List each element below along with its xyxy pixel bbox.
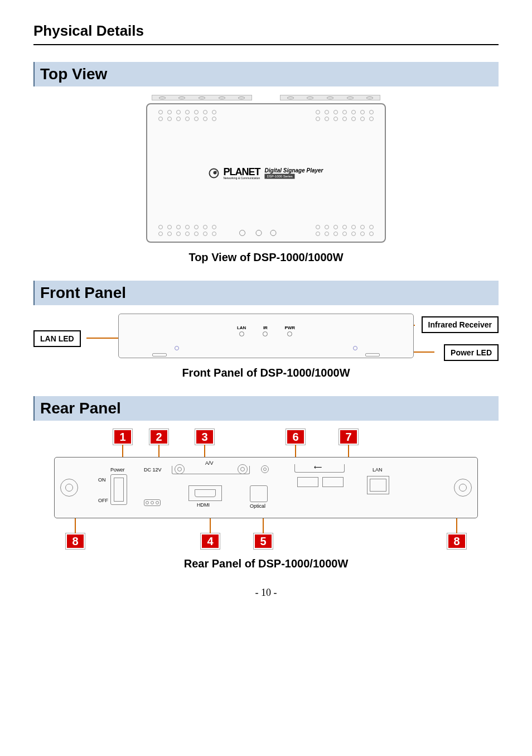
badge-7: 7: [339, 429, 358, 445]
power-switch: [110, 474, 127, 505]
usb-icon: ⟵: [314, 464, 322, 470]
foot-right: [365, 353, 380, 357]
badge-3: 3: [195, 429, 214, 445]
badge-6: 6: [286, 429, 305, 445]
foot-left: [152, 353, 167, 357]
label-av: A/V: [205, 460, 214, 466]
page-title: Physical Details: [33, 22, 499, 45]
usb-port-2: [322, 477, 344, 487]
antenna-left: [60, 479, 78, 497]
section-top-view: Top View: [33, 62, 499, 86]
badge-8-left: 8: [66, 533, 85, 549]
globe-icon: [209, 168, 219, 178]
center-holes: [256, 230, 277, 236]
label-on: ON: [98, 477, 106, 483]
optical-port: [250, 485, 268, 502]
caption-top-view: Top View of DSP-1000/1000W: [33, 251, 499, 264]
av-jack-3: [261, 465, 269, 473]
page-number: - 10 -: [33, 587, 499, 599]
section-front-panel: Front Panel: [33, 281, 499, 305]
top-rail-right: [280, 95, 380, 100]
label-off: OFF: [98, 498, 108, 503]
label-lan: LAN: [373, 467, 383, 473]
callout-lan-led: LAN LED: [33, 330, 81, 347]
badge-5: 5: [254, 533, 273, 549]
extra-hole: [239, 230, 245, 236]
dc-jack: [144, 499, 161, 506]
callout-infrared: Infrared Receiver: [422, 316, 499, 333]
badge-1: 1: [113, 429, 132, 445]
ir-receiver: IR: [263, 325, 268, 336]
vent-bottom-right: [316, 225, 374, 236]
callout-power-led: Power LED: [444, 344, 499, 361]
label-hdmi: HDMI: [197, 502, 210, 508]
power-led: PWR: [284, 325, 295, 336]
screw-right: [353, 346, 357, 350]
top-view-diagram: PLANET Networking & Communication Digita…: [146, 95, 386, 243]
logo-brand: PLANET: [223, 167, 260, 177]
usb-port-1: [297, 477, 318, 487]
label-power: Power: [110, 467, 125, 473]
logo-series: DSP-1000 Series: [264, 174, 294, 179]
label-dc12v: DC 12V: [144, 467, 162, 473]
lan-led: LAN: [237, 325, 246, 336]
antenna-right: [454, 479, 472, 497]
logo-product-title: Digital Signage Player: [264, 167, 323, 174]
av-jack-1: [175, 464, 185, 474]
label-optical: Optical: [250, 503, 265, 509]
vent-top-left: [158, 110, 216, 121]
front-panel-diagram: LAN LED Infrared Receiver Power LED LAN …: [33, 314, 499, 358]
badge-2: 2: [149, 429, 168, 445]
vent-top-right: [316, 110, 374, 121]
top-rail-left: [152, 95, 252, 100]
caption-rear-panel: Rear Panel of DSP-1000/1000W: [33, 557, 499, 570]
logo-tagline: Networking & Communication: [223, 177, 260, 180]
screw-left: [175, 346, 179, 350]
device-logo: PLANET Networking & Communication Digita…: [209, 167, 323, 180]
vent-bottom-left: [158, 225, 216, 236]
av-jack-2: [238, 464, 248, 474]
caption-front-panel: Front Panel of DSP-1000/1000W: [33, 367, 499, 379]
rear-panel-diagram: 1 2 3 4 5 6 7 8 8 Power ON OFF DC 12V A/…: [33, 429, 499, 549]
badge-8-right: 8: [447, 533, 466, 549]
section-rear-panel: Rear Panel: [33, 396, 499, 421]
hdmi-port: [188, 485, 222, 501]
lan-port: [367, 476, 389, 494]
badge-4: 4: [201, 533, 220, 549]
